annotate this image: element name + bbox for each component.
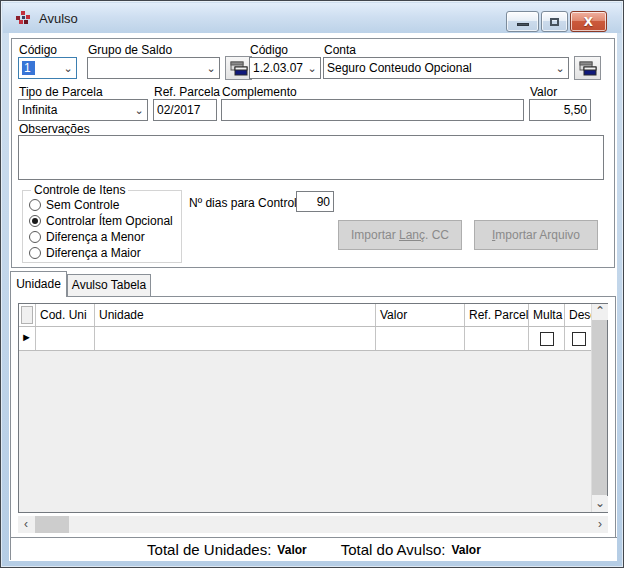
total-avulso-value: Valor [452, 543, 481, 557]
cell-multa [529, 327, 565, 350]
total-unidades-label: Total de Unidades: [147, 541, 271, 558]
dias-controle-input[interactable] [296, 191, 334, 212]
controle-itens-groupbox: Controle de Itens Sem Controle Controlar… [22, 190, 182, 263]
table-row[interactable]: ► [19, 327, 591, 351]
tabpage-unidade: Cod. Uni Unidade Valor Ref. Parcela Mult… [10, 296, 616, 560]
importar-arquivo-button[interactable]: Importar Arquivo [474, 220, 598, 250]
codigo1-value: 1 [22, 61, 35, 75]
button-label-part: . CC [425, 228, 449, 242]
horizontal-scrollbar[interactable]: ‹ › [18, 516, 608, 533]
total-unidades-value: Valor [277, 543, 306, 557]
button-label-part: Importar [351, 228, 399, 242]
grid-header-row: Cod. Uni Unidade Valor Ref. Parcela Mult… [19, 304, 591, 327]
radio-diferenca-a-menor[interactable]: Diferença a Menor [29, 230, 145, 244]
tipo-parcela-label: Tipo de Parcela [19, 85, 103, 99]
row-selector-cell[interactable]: ► [19, 327, 36, 350]
button-label-part: mportar Arquivo [495, 228, 580, 242]
conta-lookup-button[interactable] [574, 56, 601, 80]
tab-unidade[interactable]: Unidade [10, 271, 67, 297]
ref-parcela-input[interactable] [153, 99, 217, 121]
button-label-part: Lanç [399, 228, 425, 242]
cell-desconto [565, 327, 593, 350]
total-avulso-label: Total do Avulso: [341, 541, 446, 558]
codigo1-label: Código [19, 43, 57, 57]
radio-icon[interactable] [29, 199, 41, 211]
vertical-scrollbar-thumb[interactable] [592, 320, 607, 495]
radio-icon-selected[interactable] [29, 215, 41, 227]
cascade-windows-icon [230, 61, 248, 76]
chevron-down-icon[interactable]: ⌄ [304, 58, 320, 78]
codigo2-label: Código [250, 43, 288, 57]
importar-lanc-cc-button[interactable]: Importar Lanç. CC [338, 220, 462, 250]
grupo-saldo-label: Grupo de Saldo [88, 43, 172, 57]
chevron-down-icon[interactable]: ⌄ [552, 58, 568, 78]
col-header-ref-parcela[interactable]: Ref. Parcela [465, 304, 529, 326]
grupo-saldo-lookup-button[interactable] [225, 56, 252, 80]
col-header-cod-uni[interactable]: Cod. Uni [36, 304, 95, 326]
close-icon: X [584, 15, 593, 29]
radio-icon[interactable] [29, 231, 41, 243]
complemento-input[interactable] [221, 99, 524, 121]
scroll-down-icon[interactable]: ⌄ [592, 496, 608, 512]
scroll-up-icon[interactable]: ⌃ [592, 304, 608, 320]
dias-controle-label: Nº dias para Controle [189, 196, 303, 210]
window-title: Avulso [39, 11, 78, 26]
radio-label: Diferença a Maior [46, 246, 141, 260]
radio-label: Diferença a Menor [46, 230, 145, 244]
app-icon [15, 10, 31, 26]
form-panel: Código Grupo de Saldo Código Conta 1 ⌄ ⌄ [11, 38, 615, 268]
desconto-checkbox[interactable] [572, 332, 586, 346]
observacoes-textarea[interactable] [18, 135, 604, 180]
ref-parcela-label: Ref. Parcela [154, 85, 220, 99]
cell-cod-uni[interactable] [36, 327, 95, 350]
col-header-unidade[interactable]: Unidade [95, 304, 376, 326]
cell-valor[interactable] [376, 327, 465, 350]
codigo1-combobox[interactable]: 1 ⌄ [18, 57, 77, 79]
avulso-window: Avulso X Código Grupo de Saldo Código Co… [0, 0, 624, 568]
col-header-valor[interactable]: Valor [376, 304, 465, 326]
col-header-desconto[interactable]: Desco [565, 304, 593, 326]
minimize-button[interactable] [506, 11, 539, 32]
vertical-scrollbar[interactable]: ⌃ ⌄ [591, 304, 607, 512]
complemento-label: Complemento [222, 85, 297, 99]
grid-selector-header [19, 304, 36, 326]
selector-box [21, 306, 33, 324]
radio-icon[interactable] [29, 247, 41, 259]
chevron-down-icon[interactable]: ⌄ [131, 100, 147, 120]
cell-ref-parcela[interactable] [465, 327, 529, 350]
close-button[interactable]: X [570, 11, 607, 32]
radio-label: Sem Controle [46, 198, 119, 212]
observacoes-label: Observações [19, 122, 90, 136]
valor-input[interactable] [529, 99, 591, 121]
col-header-multa[interactable]: Multa [529, 304, 565, 326]
scroll-left-icon[interactable]: ‹ [18, 517, 34, 533]
valor-label: Valor [530, 85, 557, 99]
maximize-button[interactable] [541, 11, 568, 32]
scroll-right-icon[interactable]: › [592, 517, 608, 533]
horizontal-scrollbar-thumb[interactable] [35, 516, 69, 533]
conta-combobox[interactable]: Seguro Conteudo Opcional ⌄ [323, 57, 569, 79]
chevron-down-icon[interactable]: ⌄ [60, 58, 76, 78]
conta-value: Seguro Conteudo Opcional [324, 61, 552, 75]
cascade-windows-icon [579, 61, 597, 76]
grupo-saldo-combobox[interactable]: ⌄ [87, 57, 220, 79]
radio-sem-controle[interactable]: Sem Controle [29, 198, 119, 212]
multa-checkbox[interactable] [540, 332, 554, 346]
chevron-down-icon[interactable]: ⌄ [203, 58, 219, 78]
tipo-parcela-value: Infinita [19, 103, 131, 117]
current-row-arrow-icon: ► [21, 331, 32, 343]
titlebar[interactable]: Avulso X [3, 3, 621, 33]
radio-diferenca-a-maior[interactable]: Diferença a Maior [29, 246, 141, 260]
tipo-parcela-combobox[interactable]: Infinita ⌄ [18, 99, 148, 121]
minimize-icon [517, 23, 529, 26]
tab-avulso-tabela[interactable]: Avulso Tabela [67, 274, 151, 297]
codigo2-value: 1.2.03.07 [250, 61, 304, 75]
unidades-grid[interactable]: Cod. Uni Unidade Valor Ref. Parcela Mult… [18, 303, 608, 513]
radio-label: Controlar Ítem Opcional [46, 214, 173, 228]
radio-controlar-item-opcional[interactable]: Controlar Ítem Opcional [29, 214, 173, 228]
conta-label: Conta [324, 43, 356, 57]
codigo2-combobox[interactable]: 1.2.03.07 ⌄ [249, 57, 321, 79]
cell-unidade[interactable] [95, 327, 376, 350]
totals-bar: Total de Unidades: Valor Total do Avulso… [11, 537, 617, 561]
maximize-icon [550, 18, 559, 26]
